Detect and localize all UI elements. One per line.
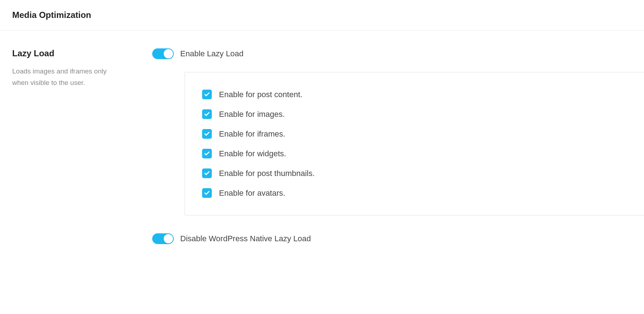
enable-lazy-load-label: Enable Lazy Load bbox=[180, 49, 243, 58]
lazy-load-section: Lazy Load Loads images and iframes only … bbox=[0, 30, 644, 257]
option-post-content-checkbox[interactable] bbox=[202, 90, 212, 99]
option-post-content-label: Enable for post content. bbox=[219, 90, 302, 99]
section-left: Lazy Load Loads images and iframes only … bbox=[12, 48, 152, 257]
toggle-knob bbox=[164, 49, 173, 58]
disable-native-lazy-load-label: Disable WordPress Native Lazy Load bbox=[180, 234, 311, 243]
disable-native-lazy-load-toggle[interactable] bbox=[152, 233, 174, 244]
page-title: Media Optimization bbox=[12, 10, 644, 20]
enable-lazy-load-row: Enable Lazy Load bbox=[152, 48, 644, 59]
option-iframes-label: Enable for iframes. bbox=[219, 129, 285, 139]
disable-native-lazy-load-row: Disable WordPress Native Lazy Load bbox=[152, 233, 644, 244]
check-icon bbox=[204, 151, 210, 157]
option-iframes-row: Enable for iframes. bbox=[202, 129, 644, 139]
option-widgets-checkbox[interactable] bbox=[202, 149, 212, 158]
option-avatars-row: Enable for avatars. bbox=[202, 188, 644, 198]
check-icon bbox=[204, 131, 210, 137]
lazy-load-options-box: Enable for post content. Enable for imag… bbox=[185, 72, 644, 215]
check-icon bbox=[204, 111, 210, 117]
option-avatars-checkbox[interactable] bbox=[202, 188, 212, 198]
option-images-row: Enable for images. bbox=[202, 109, 644, 119]
check-icon bbox=[204, 170, 210, 176]
option-iframes-checkbox[interactable] bbox=[202, 129, 212, 139]
option-widgets-row: Enable for widgets. bbox=[202, 149, 644, 158]
option-thumbnails-row: Enable for post thumbnails. bbox=[202, 168, 644, 178]
option-widgets-label: Enable for widgets. bbox=[219, 149, 286, 158]
option-avatars-label: Enable for avatars. bbox=[219, 189, 285, 198]
option-images-label: Enable for images. bbox=[219, 110, 285, 119]
check-icon bbox=[204, 91, 210, 97]
option-images-checkbox[interactable] bbox=[202, 109, 212, 119]
section-right: Enable Lazy Load Enable for post content… bbox=[152, 48, 644, 257]
check-icon bbox=[204, 190, 210, 196]
section-description: Loads images and iframes only when visib… bbox=[12, 66, 123, 89]
section-title: Lazy Load bbox=[12, 48, 152, 58]
option-post-content-row: Enable for post content. bbox=[202, 90, 644, 99]
option-thumbnails-checkbox[interactable] bbox=[202, 168, 212, 178]
option-thumbnails-label: Enable for post thumbnails. bbox=[219, 169, 315, 178]
enable-lazy-load-toggle[interactable] bbox=[152, 48, 174, 59]
page-header: Media Optimization bbox=[0, 0, 644, 30]
toggle-knob bbox=[164, 234, 173, 243]
